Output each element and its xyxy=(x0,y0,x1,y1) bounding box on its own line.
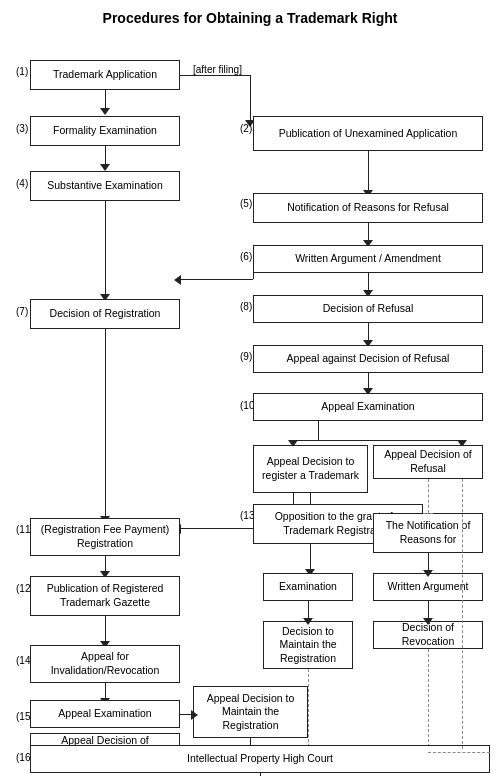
label-6: (6) xyxy=(240,251,252,262)
line-rev-ip-dash xyxy=(428,649,429,752)
line-dm-ip-dash xyxy=(308,669,309,752)
label-4: (4) xyxy=(16,178,28,189)
box-substantive-examination: Substantive Examination xyxy=(30,171,180,201)
box-trademark-application: Trademark Application xyxy=(30,60,180,90)
label-3: (3) xyxy=(16,123,28,134)
line-adr-opp-dash xyxy=(428,479,429,513)
box-ip-high-court: Intellectual Property High Court xyxy=(30,745,490,773)
arrow-fe-se xyxy=(100,164,110,171)
label-2: (2) xyxy=(240,123,252,134)
arrow-wa2-rev xyxy=(423,618,433,625)
box-appeal-against: Appeal against Decision of Refusal xyxy=(253,345,483,373)
box-appeal-decision-refusal: Appeal Decision of Refusal xyxy=(373,445,483,479)
label-7: (7) xyxy=(16,306,28,317)
box-written-argument2: Written Argument xyxy=(373,573,483,601)
line-pub-notif xyxy=(368,151,369,193)
arrow-ta-fe xyxy=(100,108,110,115)
line-ta-pub-h xyxy=(180,75,250,76)
box-written-argument: Written Argument / Amendment xyxy=(253,245,483,273)
arrow-wa-se xyxy=(174,275,181,285)
line-adr-ip-dash xyxy=(462,479,463,749)
after-filing-label: [after filing] xyxy=(193,64,242,75)
box-notification-reasons: The Notification of Reasons for xyxy=(373,513,483,553)
label-9: (9) xyxy=(240,351,252,362)
box-formality-examination: Formality Examination xyxy=(30,116,180,146)
box-notification-refusal: Notification of Reasons for Refusal xyxy=(253,193,483,223)
page-title: Procedures for Obtaining a Trademark Rig… xyxy=(8,10,492,26)
box-appeal-examination: Appeal Examination xyxy=(253,393,483,421)
box-examination: Examination xyxy=(263,573,353,601)
line-opp-exam xyxy=(310,544,311,572)
box-appeal-decision-maintain: Appeal Decision to Maintain the Registra… xyxy=(193,686,308,738)
box-decision-refusal: Decision of Refusal xyxy=(253,295,483,323)
box-appeal-invalidation: Appeal for Invalidation/Revocation xyxy=(30,645,180,683)
line-ae-adr-v xyxy=(318,421,319,441)
diagram: (1) Trademark Application (3) Formality … xyxy=(8,38,492,776)
line-pub-v xyxy=(250,75,251,123)
box-registration-fee: (Registration Fee Payment) Registration xyxy=(30,518,180,556)
box-decision-revocation: Decision of Revocation xyxy=(373,621,483,649)
line-ae-branch-h xyxy=(293,440,463,441)
box-appeal-decision-register: Appeal Decision to register a Trademark xyxy=(253,445,368,493)
box-appeal-examination2: Appeal Examination xyxy=(30,700,180,728)
box-publication-unexamined: Publication of Unexamined Application xyxy=(253,116,483,151)
line-fe-se xyxy=(105,146,106,164)
arrow-exam-dm xyxy=(303,618,313,625)
box-decision-maintain: Decision to Maintain the Registration xyxy=(263,621,353,669)
box-decision-registration: Decision of Registration xyxy=(30,299,180,329)
line-dr-reg-v xyxy=(105,329,106,519)
line-ta-fe xyxy=(105,90,106,108)
label-5: (5) xyxy=(240,198,252,209)
box-publication-gazette: Publication of Registered Trademark Gaze… xyxy=(30,576,180,616)
arrow-ae2-adm xyxy=(191,710,198,720)
line-pg-appeal xyxy=(105,616,106,644)
label-1: (1) xyxy=(16,66,28,77)
line-ip-h-dash xyxy=(428,752,490,753)
line-se-dr-v xyxy=(105,201,106,297)
arrow-notif2-wa2 xyxy=(423,570,433,577)
line-wa-se-v xyxy=(253,259,254,279)
page: Procedures for Obtaining a Trademark Rig… xyxy=(0,0,500,776)
label-8: (8) xyxy=(240,301,252,312)
line-adr-opp-dash-h xyxy=(423,513,433,514)
line-wa-se-h xyxy=(180,279,253,280)
